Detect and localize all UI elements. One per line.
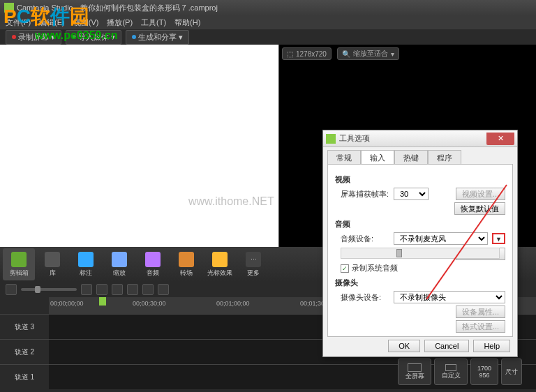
tool-transitions[interactable]: 转场 xyxy=(170,248,202,280)
framerate-label: 屏幕捕获帧率: xyxy=(341,189,389,199)
track-label[interactable]: 轨道 3 xyxy=(0,315,49,339)
tool-callouts[interactable]: 标注 xyxy=(70,248,102,280)
size-label: 尺寸 xyxy=(501,359,522,385)
tab-hotkeys[interactable]: 热键 xyxy=(394,150,428,164)
camera-device-label: 摄像头设备: xyxy=(341,292,389,303)
device-props-button[interactable]: 设备属性... xyxy=(456,306,505,318)
menu-help[interactable]: 帮助(H) xyxy=(174,17,200,28)
tool-library[interactable]: 库 xyxy=(36,248,68,280)
dialog-titlebar[interactable]: 工具选项 ✕ xyxy=(323,130,517,147)
watermark-logo: PC软件园 xyxy=(3,3,89,30)
custom-size-button[interactable]: 自定义 xyxy=(434,359,468,385)
video-section: 视频 xyxy=(335,174,505,185)
canvas-size-controls: 全屏幕 自定义 1700956 尺寸 xyxy=(398,359,522,385)
tl-cut-icon[interactable] xyxy=(112,284,123,295)
tab-input[interactable]: 输入 xyxy=(361,150,394,164)
watermark-url: www.pc0359.cn xyxy=(35,29,118,42)
dialog-title: 工具选项 xyxy=(339,133,486,144)
tool-zoom[interactable]: 缩放 xyxy=(103,248,135,280)
tl-add-track-icon[interactable] xyxy=(6,284,17,295)
tool-audio[interactable]: 音频 xyxy=(137,248,169,280)
tab-general[interactable]: 常规 xyxy=(327,150,361,164)
tool-cursor[interactable]: 光标效果 xyxy=(204,248,236,280)
clip-bin-panel[interactable] xyxy=(0,45,279,247)
close-button[interactable]: ✕ xyxy=(486,133,514,145)
cancel-button[interactable]: Cancel xyxy=(424,340,469,352)
track-label[interactable]: 轨道 1 xyxy=(0,365,49,389)
audio-device-select[interactable]: 不录制麦克风 xyxy=(394,232,488,245)
restore-defaults-button[interactable]: 恢复默认值 xyxy=(454,202,505,215)
ok-button[interactable]: OK xyxy=(388,340,420,352)
menu-tools[interactable]: 工具(T) xyxy=(141,17,166,28)
preview-zoom[interactable]: 🔍 缩放至适合 ▾ xyxy=(337,47,399,60)
track-label[interactable]: 轨道 2 xyxy=(0,340,49,364)
framerate-select[interactable]: 30 xyxy=(394,188,429,200)
record-system-audio-checkbox[interactable] xyxy=(341,264,349,273)
tab-strip: 常规 输入 热键 程序 xyxy=(323,147,517,164)
record-system-audio-label: 录制系统音频 xyxy=(352,263,398,273)
audio-device-label: 音频设备: xyxy=(341,234,389,244)
preview-dimensions[interactable]: ⬚ 1278x720 xyxy=(282,47,332,60)
tl-split-icon[interactable] xyxy=(158,284,169,295)
help-button[interactable]: Help xyxy=(473,340,510,352)
produce-button[interactable]: 生成和分享▾ xyxy=(126,30,189,45)
watermark-center: www.ithome.NET xyxy=(188,195,274,208)
dimensions-display: 1700956 xyxy=(470,359,498,385)
tab-program[interactable]: 程序 xyxy=(428,150,461,164)
format-settings-button[interactable]: 格式设置... xyxy=(456,320,505,333)
volume-slider[interactable] xyxy=(341,248,500,259)
camera-device-select[interactable]: 不录制摄像头 xyxy=(394,291,505,303)
camera-section: 摄像头 xyxy=(335,278,505,288)
tab-panel: 视频 屏幕捕获帧率: 30 视频设置... 恢复默认值 音频 音频设备: 不录制… xyxy=(327,164,513,337)
dialog-icon xyxy=(326,134,336,144)
playhead-icon[interactable] xyxy=(99,297,106,306)
tl-copy-icon[interactable] xyxy=(127,284,138,295)
tool-more[interactable]: ⋯更多 xyxy=(237,248,269,280)
highlight-annotation: ▼ xyxy=(492,233,505,244)
tl-paste-icon[interactable] xyxy=(142,284,154,295)
zoom-slider[interactable] xyxy=(21,288,77,291)
fullscreen-button[interactable]: 全屏幕 xyxy=(398,359,431,385)
menu-play[interactable]: 播放(P) xyxy=(107,17,133,28)
project-name: 教你如何制作包装盒的条形码 7 .camproj xyxy=(80,3,218,13)
tool-clipbin[interactable]: 剪辑箱 xyxy=(3,248,35,280)
tool-options-dialog: 工具选项 ✕ 常规 输入 热键 程序 视频 屏幕捕获帧率: 30 视频设置...… xyxy=(322,130,518,357)
tl-redo-icon[interactable] xyxy=(96,284,107,295)
tl-undo-icon[interactable] xyxy=(81,284,92,295)
